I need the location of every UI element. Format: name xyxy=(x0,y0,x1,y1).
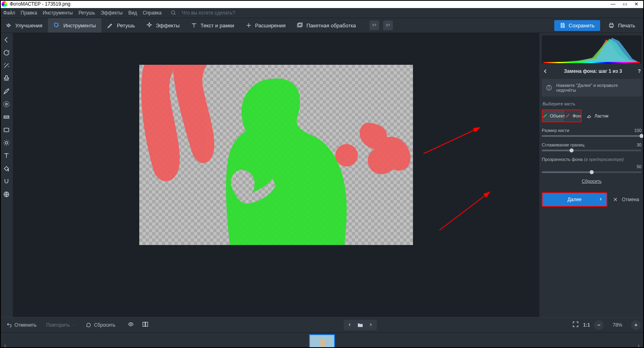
stamp-icon[interactable] xyxy=(3,75,10,82)
vignette-icon[interactable] xyxy=(3,126,10,134)
brightness-icon[interactable] xyxy=(3,139,10,146)
opacity-slider[interactable]: 50 xyxy=(542,164,642,173)
histogram xyxy=(542,35,642,64)
brush-size-slider[interactable]: Размер кисти 100 xyxy=(542,128,642,137)
zoom-in-button[interactable] xyxy=(631,320,641,330)
horseshoe-icon[interactable] xyxy=(3,178,10,185)
undo-button[interactable]: Отменить xyxy=(3,321,40,329)
rotate-icon[interactable] xyxy=(3,49,10,56)
menu-file[interactable]: Файл xyxy=(3,10,15,16)
svg-line-1 xyxy=(174,14,175,15)
main-area: Замена фона: шаг 1 из 3 ? Нажмите "Далее… xyxy=(0,33,644,317)
menu-retouch[interactable]: Ретушь xyxy=(78,10,95,16)
menu-search-input[interactable]: Что вы хотите сделать? xyxy=(182,10,235,16)
reset-all-button[interactable]: Сбросить xyxy=(83,321,118,329)
help-icon[interactable]: ? xyxy=(638,68,641,74)
toolbar-extensions[interactable]: Расширения xyxy=(240,18,291,33)
toolbar-tools[interactable]: Инструменты xyxy=(48,18,101,33)
right-panel: Замена фона: шаг 1 из 3 ? Нажмите "Далее… xyxy=(539,33,644,317)
menu-edit[interactable]: Правка xyxy=(21,10,37,16)
toolbar-retouch[interactable]: Ретушь xyxy=(101,18,140,33)
step-back-icon[interactable] xyxy=(543,68,548,74)
brush-object-label: Объект xyxy=(550,113,565,118)
toolbar-extensions-label: Расширения xyxy=(255,23,286,29)
canvas-area[interactable] xyxy=(13,33,539,317)
app-title: ФотоМАСТЕР - 173519.png xyxy=(10,1,70,7)
canvas-image[interactable] xyxy=(139,65,413,245)
hint-box: Нажмите "Далее" и исправьте недочёты xyxy=(542,79,642,97)
window-maximize-button[interactable]: ▭ xyxy=(623,1,627,7)
window-minimize-button[interactable]: — xyxy=(611,1,615,7)
svg-point-8 xyxy=(4,101,9,107)
menu-view[interactable]: Вид xyxy=(128,10,137,16)
toolbar-preset-right-icon[interactable] xyxy=(383,21,393,30)
toolbar-improvements[interactable]: Улучшения xyxy=(0,18,48,33)
print-button-label: Печать xyxy=(618,23,635,29)
reset-link[interactable]: Сбросить xyxy=(542,179,642,183)
strip-prev-icon[interactable]: ‹ xyxy=(2,340,8,348)
window-close-button[interactable]: ✕ xyxy=(634,1,638,7)
redo-label: Повторить xyxy=(46,322,70,328)
toolbar-batch[interactable]: Пакетная обработка xyxy=(291,18,361,33)
preview-eye-icon[interactable] xyxy=(127,321,135,328)
globe-icon[interactable] xyxy=(3,191,10,198)
opacity-row-label: Прозрачность фона (в предпросмотре) xyxy=(542,157,642,162)
next-file-icon[interactable] xyxy=(365,321,376,329)
brush-selector: Объект Фон xyxy=(542,109,582,122)
print-button[interactable]: Печать xyxy=(604,20,639,31)
smooth-slider[interactable]: Сглаживание границ 30 xyxy=(542,142,642,151)
zoom-out-button[interactable] xyxy=(594,320,604,330)
svg-rect-4 xyxy=(297,24,301,27)
smooth-label: Сглаживание границ xyxy=(542,142,584,147)
brush-background-button[interactable]: Фон xyxy=(565,110,581,121)
back-arrow-icon[interactable] xyxy=(3,36,10,43)
brush-icon[interactable] xyxy=(3,88,10,95)
thumbnail-item[interactable] xyxy=(309,334,335,348)
toolbar-retouch-label: Ретушь xyxy=(117,23,135,29)
toolbar-effects[interactable]: Эффекты xyxy=(140,18,185,33)
step-title: Замена фона: шаг 1 из 3 xyxy=(551,68,636,74)
brush-eraser-button[interactable]: Ластик xyxy=(584,109,611,122)
chevron-right-icon xyxy=(599,197,603,202)
brush-eraser-label: Ластик xyxy=(594,113,609,118)
menu-effects[interactable]: Эффекты xyxy=(101,10,123,16)
toolbar-effects-label: Эффекты xyxy=(156,23,180,29)
svg-rect-22 xyxy=(143,322,145,327)
main-toolbar: Улучшения Инструменты Ретушь Эффекты Тек… xyxy=(0,18,644,33)
svg-rect-17 xyxy=(543,62,640,63)
cancel-button[interactable]: Отмена xyxy=(622,197,639,202)
toolbar-preset-left-icon[interactable] xyxy=(369,21,379,30)
radial-icon[interactable] xyxy=(3,101,10,108)
save-button-label: Сохранить xyxy=(569,23,595,29)
magic-wand-icon[interactable] xyxy=(3,62,10,69)
compare-icon[interactable] xyxy=(142,321,149,329)
actual-size-button[interactable]: 1:1 xyxy=(583,322,590,328)
svg-line-16 xyxy=(440,192,490,230)
menu-help[interactable]: Справка xyxy=(142,10,161,16)
svg-point-14 xyxy=(335,144,358,167)
next-button[interactable]: Далее xyxy=(542,192,607,207)
text-icon[interactable] xyxy=(3,152,10,159)
cancel-x-icon[interactable]: ✕ xyxy=(613,196,618,203)
fit-screen-icon[interactable] xyxy=(572,321,579,329)
toolbar-text-frames[interactable]: Текст и рамки xyxy=(185,18,240,33)
svg-rect-11 xyxy=(4,128,9,132)
hint-text: Нажмите "Далее" и исправьте недочёты xyxy=(556,83,638,93)
menu-tools[interactable]: Инструменты xyxy=(43,10,73,16)
opacity-value: 50 xyxy=(637,164,642,169)
svg-line-15 xyxy=(423,128,480,154)
svg-rect-23 xyxy=(145,322,147,327)
reset-all-label: Сбросить xyxy=(94,322,115,328)
thumbnail-strip: ‹ › xyxy=(0,332,644,348)
folder-icon[interactable] xyxy=(357,322,364,328)
strip-next-icon[interactable]: › xyxy=(636,340,642,348)
svg-rect-5 xyxy=(299,23,302,26)
bucket-icon[interactable] xyxy=(3,165,10,172)
brush-object-button[interactable]: Объект xyxy=(543,110,565,121)
file-nav-group xyxy=(344,320,377,330)
gradient-icon[interactable] xyxy=(3,113,10,121)
svg-point-21 xyxy=(130,323,132,325)
redo-button[interactable]: Повторить xyxy=(43,321,80,329)
prev-file-icon[interactable] xyxy=(345,321,355,329)
save-button[interactable]: Сохранить xyxy=(554,20,601,31)
